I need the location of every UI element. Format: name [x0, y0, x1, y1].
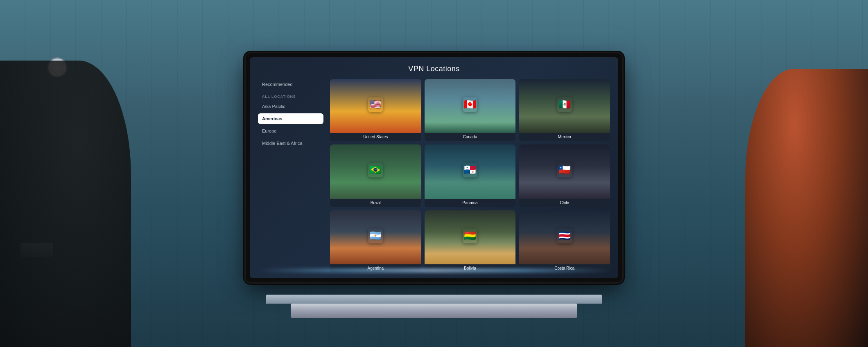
person-right-silhouette: [745, 69, 868, 347]
flag-united-states: 🇺🇸: [368, 97, 383, 112]
card-label-brazil: Brazil: [330, 199, 421, 207]
location-card-panama[interactable]: 🇵🇦Panama: [425, 144, 516, 207]
flag-costa-rica: 🇨🇷: [557, 228, 572, 243]
flag-bolivia: 🇧🇴: [463, 228, 477, 243]
sidebar-item-asia-pacific[interactable]: Asia Pacific: [258, 101, 323, 112]
location-card-costa-rica[interactable]: 🇨🇷Costa Rica: [519, 210, 610, 273]
tv-screen: VPN Locations Recommended ALL LOCATIONS …: [250, 57, 618, 278]
card-label-canada: Canada: [425, 133, 516, 141]
card-label-panama: Panama: [425, 199, 516, 207]
location-card-united-states[interactable]: 🇺🇸United States: [330, 79, 421, 141]
tv-stand-base: [291, 304, 577, 318]
vpn-app: VPN Locations Recommended ALL LOCATIONS …: [250, 57, 618, 278]
location-card-argentina[interactable]: 🇦🇷Agentina: [330, 210, 421, 273]
flag-chile: 🇨🇱: [557, 163, 572, 178]
sidebar-item-americas[interactable]: Americas: [258, 113, 323, 124]
flag-brazil: 🇧🇷: [368, 163, 383, 178]
location-grid: 🇺🇸United States🇨🇦Canada🇲🇽Mexico🇧🇷Brazil🇵…: [330, 79, 610, 273]
sidebar-section-all-locations: ALL LOCATIONS: [258, 91, 323, 99]
tv-stand-neck: [266, 295, 602, 304]
location-card-brazil[interactable]: 🇧🇷Brazil: [330, 144, 421, 207]
tv-frame: VPN Locations Recommended ALL LOCATIONS …: [246, 53, 622, 282]
sidebar-item-europe[interactable]: Europe: [258, 126, 323, 136]
flag-argentina: 🇦🇷: [368, 228, 383, 243]
flag-panama: 🇵🇦: [463, 163, 477, 178]
app-title: VPN Locations: [258, 65, 610, 73]
card-label-united-states: United States: [330, 133, 421, 141]
tv-unit: VPN Locations Recommended ALL LOCATIONS …: [242, 41, 626, 295]
sidebar: Recommended ALL LOCATIONS Asia Pacific A…: [258, 79, 323, 273]
card-label-mexico: Mexico: [519, 133, 610, 141]
flag-canada: 🇨🇦: [463, 97, 477, 112]
location-card-mexico[interactable]: 🇲🇽Mexico: [519, 79, 610, 141]
location-card-bolivia[interactable]: 🇧🇴Bolivia: [425, 210, 516, 273]
card-label-chile: Chile: [519, 199, 610, 207]
app-body: Recommended ALL LOCATIONS Asia Pacific A…: [258, 79, 610, 273]
sidebar-item-recommended[interactable]: Recommended: [258, 79, 323, 90]
location-card-chile[interactable]: 🇨🇱Chile: [519, 144, 610, 207]
tv-glow: [258, 269, 610, 272]
flag-mexico: 🇲🇽: [557, 97, 572, 112]
sidebar-item-middle-east-africa[interactable]: Middle East & Africa: [258, 138, 323, 149]
person-left-silhouette: [0, 61, 131, 347]
location-card-canada[interactable]: 🇨🇦Canada: [425, 79, 516, 141]
